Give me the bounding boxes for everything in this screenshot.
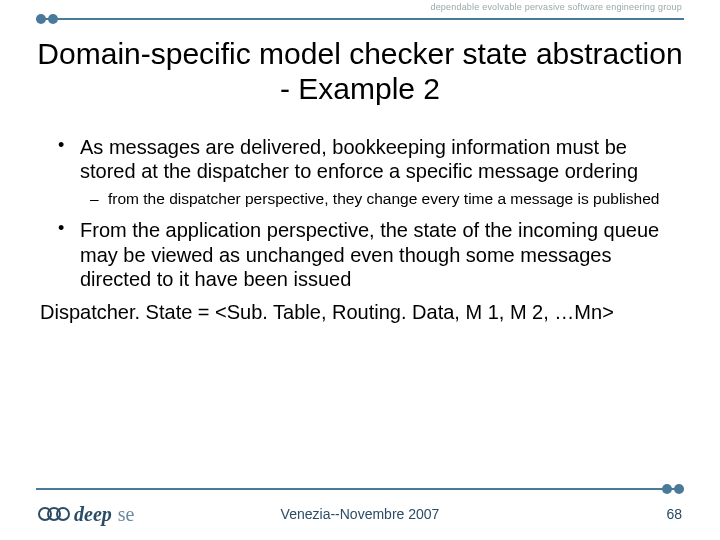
bullet-text: As messages are delivered, bookkeeping i…: [80, 136, 638, 182]
bullet-item: From the application perspective, the st…: [52, 218, 668, 291]
bullet-item: As messages are delivered, bookkeeping i…: [52, 135, 668, 208]
rule-dot-icon: [48, 14, 58, 24]
footer-venue: Venezia--Novembre 2007: [0, 506, 720, 522]
sub-bullet-text: from the dispatcher perspective, they ch…: [108, 190, 659, 207]
slide-body: As messages are delivered, bookkeeping i…: [52, 135, 668, 292]
rule-dot-icon: [662, 484, 672, 494]
bullet-text: From the application perspective, the st…: [80, 219, 659, 290]
slide-title: Domain-specific model checker state abst…: [0, 36, 720, 107]
dispatcher-state-line: Dispatcher. State = <Sub. Table, Routing…: [40, 301, 680, 324]
sub-bullet-item: from the dispatcher perspective, they ch…: [80, 190, 668, 209]
top-rule: [36, 18, 684, 20]
rule-dot-icon: [36, 14, 46, 24]
rule-dot-icon: [674, 484, 684, 494]
group-tag: dependable evolvable pervasive software …: [430, 2, 682, 12]
bottom-rule: [36, 488, 684, 490]
page-number: 68: [666, 506, 682, 522]
